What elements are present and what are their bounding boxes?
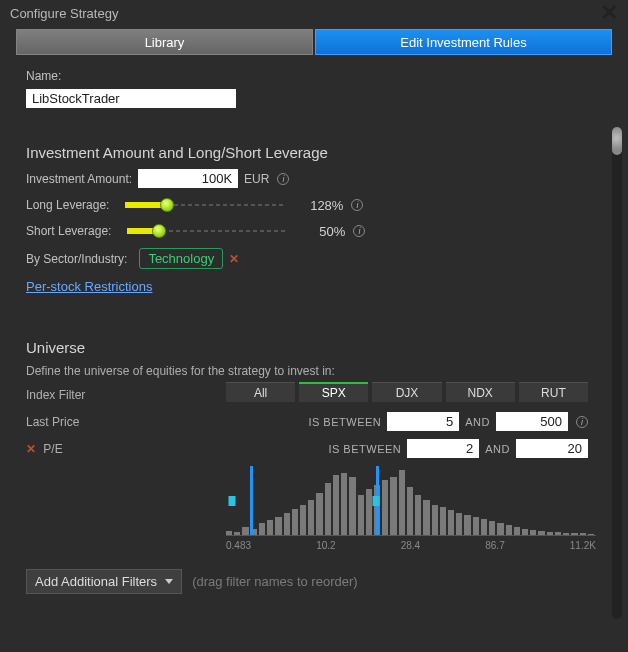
scrollbar[interactable] (612, 127, 622, 619)
histogram-bar (538, 531, 544, 535)
operator-label: IS BETWEEN (328, 443, 401, 455)
histogram-bar (292, 509, 298, 535)
histogram-bar (382, 480, 388, 535)
short-leverage-slider[interactable] (127, 224, 287, 238)
window-title: Configure Strategy (10, 6, 118, 21)
index-tab-ndx[interactable]: NDX (446, 382, 515, 402)
histogram-bar (300, 505, 306, 535)
last-price-max-input[interactable] (496, 412, 568, 431)
histogram-bar (497, 523, 503, 535)
name-label: Name: (26, 69, 588, 83)
info-icon[interactable]: i (277, 173, 289, 185)
histogram-bar (563, 533, 569, 535)
histogram-bar (464, 515, 470, 535)
xtick: 10.2 (316, 540, 335, 551)
histogram-bar (489, 521, 495, 535)
histogram-bar (390, 477, 396, 535)
operator-label: IS BETWEEN (308, 416, 381, 428)
pe-histogram[interactable] (226, 466, 596, 536)
scrollbar-thumb[interactable] (612, 127, 622, 155)
leverage-heading: Investment Amount and Long/Short Leverag… (26, 144, 588, 161)
add-filter-dropdown[interactable]: Add Additional Filters (26, 569, 182, 594)
investment-amount-label: Investment Amount: (26, 172, 132, 186)
info-icon[interactable]: i (351, 199, 363, 211)
histogram-bar (423, 500, 429, 535)
and-label: AND (465, 416, 490, 428)
xtick: 0.483 (226, 540, 251, 551)
histogram-bar (333, 475, 339, 535)
info-icon[interactable]: i (576, 416, 588, 428)
xtick: 86.7 (485, 540, 504, 551)
slider-thumb[interactable] (160, 198, 174, 212)
histogram-bar (234, 532, 240, 535)
histogram-bar (432, 505, 438, 535)
histogram-bar (571, 533, 577, 535)
universe-heading: Universe (26, 339, 588, 356)
investment-amount-input[interactable] (138, 169, 238, 188)
histogram-bar (522, 529, 528, 535)
universe-subtitle: Define the universe of equities for the … (26, 364, 588, 378)
slider-thumb[interactable] (152, 224, 166, 238)
pe-min-input[interactable] (407, 439, 479, 458)
histogram-bar (456, 513, 462, 535)
histogram-bar (308, 500, 314, 535)
histogram-bar (530, 530, 536, 535)
histogram-bar (506, 525, 512, 535)
range-line[interactable] (250, 466, 253, 535)
histogram-bar (316, 493, 322, 535)
histogram-bar (284, 513, 290, 535)
histogram-bar (267, 520, 273, 535)
range-marker[interactable] (229, 496, 236, 506)
last-price-label: Last Price (26, 415, 226, 429)
histogram-bar (580, 533, 586, 535)
histogram-bar (259, 523, 265, 535)
remove-icon[interactable]: ✕ (26, 442, 36, 456)
pe-label: ✕ P/E (26, 442, 226, 456)
tab-library[interactable]: Library (16, 29, 313, 55)
xtick: 11.2K (570, 540, 596, 551)
sector-tag[interactable]: Technology (139, 248, 223, 269)
info-icon[interactable]: i (353, 225, 365, 237)
histogram-bar (275, 517, 281, 535)
index-tab-rut[interactable]: RUT (519, 382, 588, 402)
histogram-bar (514, 527, 520, 535)
histogram-bar (415, 495, 421, 535)
histogram-bar (555, 532, 561, 535)
histogram-bar (366, 489, 372, 535)
reorder-hint: (drag filter names to reorder) (192, 574, 357, 589)
index-tab-all[interactable]: All (226, 382, 295, 402)
histogram-bar (226, 531, 232, 535)
sector-label: By Sector/Industry: (26, 252, 127, 266)
histogram-bar (588, 534, 594, 535)
histogram-bar (399, 470, 405, 535)
pe-max-input[interactable] (516, 439, 588, 458)
histogram-bar (473, 517, 479, 535)
histogram-bar (325, 483, 331, 535)
close-icon[interactable]: ✕ (600, 6, 618, 21)
long-leverage-slider[interactable] (125, 198, 285, 212)
xtick: 28.4 (401, 540, 420, 551)
last-price-min-input[interactable] (387, 412, 459, 431)
index-tab-djx[interactable]: DJX (372, 382, 441, 402)
histogram-bar (440, 507, 446, 535)
short-leverage-label: Short Leverage: (26, 224, 111, 238)
index-filter-label: Index Filter (26, 388, 226, 402)
chevron-down-icon (165, 579, 173, 584)
histogram-bar (242, 527, 248, 535)
currency-label: EUR (244, 172, 269, 186)
index-tab-spx[interactable]: SPX (299, 382, 368, 402)
histogram-bar (448, 510, 454, 535)
long-leverage-label: Long Leverage: (26, 198, 109, 212)
histogram-bar (407, 487, 413, 535)
remove-icon[interactable]: ✕ (229, 252, 239, 266)
histogram-xaxis: 0.48310.228.486.711.2K (226, 540, 596, 551)
histogram-bar (481, 519, 487, 535)
histogram-bar (547, 532, 553, 535)
per-stock-restrictions-link[interactable]: Per-stock Restrictions (26, 279, 152, 294)
histogram-bar (358, 495, 364, 535)
range-marker[interactable] (373, 496, 380, 506)
long-leverage-value: 128% (295, 198, 343, 213)
name-input[interactable] (26, 89, 236, 108)
histogram-bar (349, 477, 355, 535)
tab-edit-rules[interactable]: Edit Investment Rules (315, 29, 612, 55)
